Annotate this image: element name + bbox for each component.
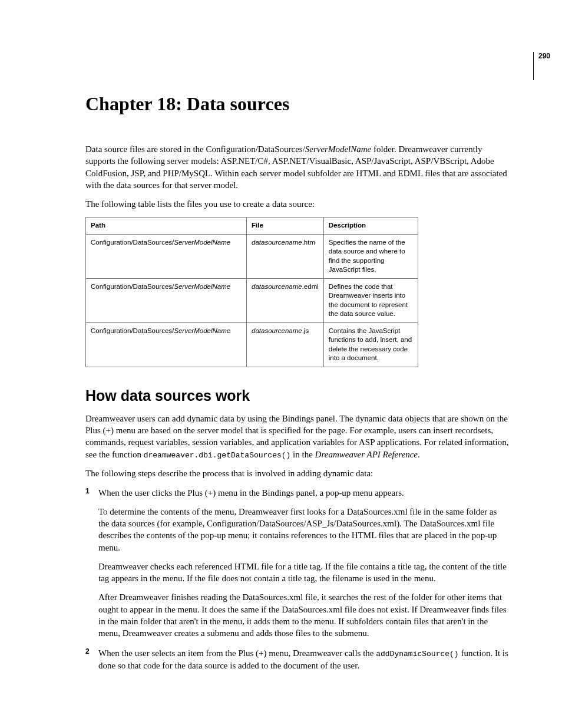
- page: 290 Chapter 18: Data sources Data source…: [0, 0, 562, 727]
- text: When the user selects an item from the P…: [98, 648, 376, 658]
- col-description: Description: [323, 218, 418, 235]
- text: .: [418, 450, 420, 459]
- text: Data source files are stored in the Conf…: [85, 144, 305, 154]
- step-2: When the user selects an item from the P…: [85, 647, 509, 671]
- step-2-p1: When the user selects an item from the P…: [98, 647, 509, 671]
- step-1-p1: When the user clicks the Plus (+) menu i…: [98, 487, 509, 499]
- section-heading: How data sources work: [85, 387, 509, 404]
- section-paragraph-1: Dreamweaver users can add dynamic data b…: [85, 413, 509, 460]
- page-number: 290: [538, 52, 550, 60]
- datasource-name: datasourcename: [252, 283, 302, 290]
- cell-desc: Contains the JavaScript functions to add…: [323, 322, 418, 367]
- step-1: When the user clicks the Plus (+) menu i…: [85, 487, 509, 640]
- steps-list: When the user clicks the Plus (+) menu i…: [85, 487, 509, 672]
- table-row: Configuration/DataSources/ServerModelNam…: [86, 322, 418, 367]
- server-model-name: ServerModelName: [305, 144, 371, 154]
- step-1-p3: Dreamweaver checks each referenced HTML …: [98, 561, 509, 585]
- col-path: Path: [86, 218, 247, 235]
- step-1-p4: After Dreamweaver finishes reading the D…: [98, 591, 509, 639]
- cell-file: datasourcename.js: [247, 322, 324, 367]
- intro-paragraph-1: Data source files are stored in the Conf…: [85, 143, 509, 191]
- file-ext: .edml: [302, 283, 319, 290]
- code-adddynamicsource: addDynamicSource(): [376, 650, 458, 658]
- server-model-name: ServerModelName: [174, 239, 230, 246]
- intro-paragraph-2: The following table lists the files you …: [85, 198, 509, 210]
- server-model-name: ServerModelName: [174, 327, 230, 334]
- api-reference-title: Dreamweaver API Reference: [315, 450, 418, 459]
- file-ext: .htm: [302, 239, 315, 246]
- server-model-name: ServerModelName: [174, 283, 230, 290]
- text: Configuration/DataSources/: [91, 239, 174, 246]
- table-row: Configuration/DataSources/ServerModelNam…: [86, 234, 418, 278]
- text: Configuration/DataSources/: [91, 327, 174, 334]
- cell-path: Configuration/DataSources/ServerModelNam…: [86, 278, 247, 322]
- cell-desc: Defines the code that Dreamweaver insert…: [323, 278, 418, 322]
- table-row: Configuration/DataSources/ServerModelNam…: [86, 278, 418, 322]
- files-table: Path File Description Configuration/Data…: [85, 217, 418, 367]
- page-number-rule: 290: [533, 52, 550, 80]
- text: Configuration/DataSources/: [91, 283, 174, 290]
- datasource-name: datasourcename: [252, 239, 302, 246]
- cell-desc: Specifies the name of the data source an…: [323, 234, 418, 278]
- cell-file: datasourcename.htm: [247, 234, 324, 278]
- chapter-title: Chapter 18: Data sources: [85, 93, 509, 115]
- file-ext: .js: [302, 327, 309, 334]
- text: in the: [290, 450, 315, 459]
- cell-path: Configuration/DataSources/ServerModelNam…: [86, 322, 247, 367]
- cell-file: datasourcename.edml: [247, 278, 324, 322]
- table-header-row: Path File Description: [86, 218, 418, 235]
- col-file: File: [247, 218, 324, 235]
- cell-path: Configuration/DataSources/ServerModelNam…: [86, 234, 247, 278]
- section-paragraph-2: The following steps describe the process…: [85, 467, 509, 479]
- step-1-p2: To determine the contents of the menu, D…: [98, 506, 509, 554]
- code-getdatasources: dreamweaver.dbi.getDataSources(): [144, 451, 291, 460]
- datasource-name: datasourcename: [252, 327, 302, 334]
